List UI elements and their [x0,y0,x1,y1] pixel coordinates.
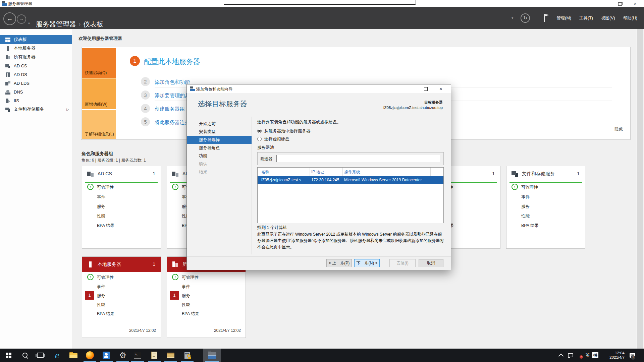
dialog-close-button[interactable]: × [433,84,448,93]
tray-expand-button[interactable] [556,349,566,362]
radio-unselected-icon[interactable] [257,137,262,141]
hide-link[interactable]: 隐藏 [614,126,623,132]
wizard-step-server-selection[interactable]: 服务器选择 [187,136,252,144]
iis-icon [5,98,10,103]
sidebar-item-local-server[interactable]: 本地服务器 [0,44,72,53]
radio-selected-icon[interactable] [257,129,262,133]
taskbar-clock[interactable]: 12:04 2021/4/7 [600,349,625,362]
sidebar-item-dashboard[interactable]: 仪表板 [0,35,72,44]
tile-item-services[interactable]: 服务 [521,204,530,209]
search-button[interactable] [17,349,33,362]
wizard-step-before-begin[interactable]: 开始之前 [187,120,252,128]
vertical-scrollbar[interactable] [636,29,644,349]
tile-item-performance[interactable]: 性能 [97,213,105,219]
column-header-ip[interactable]: IP 地址 [311,169,324,175]
language-indicator[interactable]: 英 [584,349,592,362]
role-tile-header[interactable]: 文件和存储服务1 [506,166,585,182]
tab-whats-new[interactable]: 新增功能(W) [82,78,116,109]
tile-item-bpa[interactable]: BPA 结果 [521,223,539,229]
scrollbar-thumb[interactable] [637,29,643,349]
back-button[interactable]: ← [3,12,16,25]
minimize-button[interactable] [597,0,612,7]
previous-button[interactable]: < 上一步(P) [326,259,352,267]
server-lock-app-button[interactable] [179,349,195,362]
tile-item-services[interactable]: 服务 [182,293,190,299]
tile-item-events[interactable]: 事件 [97,284,105,290]
wizard-step-server-roles[interactable]: 服务器角色 [187,144,252,152]
tile-item-bpa[interactable]: BPA 结果 [97,311,114,317]
volume-tray-icon[interactable] [575,349,584,362]
cancel-button[interactable]: 取消 [419,259,443,267]
notifications-flag-icon[interactable] [544,14,549,22]
sidebar-item-ad-lds[interactable]: AD LDS [0,79,72,87]
menu-manage[interactable]: 管理(M) [556,14,572,22]
tile-item-services[interactable]: 服务 [97,293,105,299]
action-center-button[interactable]: 1 [627,349,638,362]
column-header-name[interactable]: 名称 [261,169,269,175]
menu-view[interactable]: 视图(V) [600,14,616,22]
breadcrumb-root[interactable]: 服务器管理器 [36,20,76,28]
services-alert-badge[interactable]: 1 [170,291,179,300]
tile-item-events[interactable]: 事件 [97,194,105,200]
step-add-roles-features[interactable]: 添加角色和功能 [155,79,190,85]
forward-button[interactable]: → [17,14,26,24]
server-manager-taskbar-button[interactable] [203,349,221,362]
sidebar-item-dns[interactable]: DNS [0,87,72,96]
wizard-step-install-type[interactable]: 安装类型 [187,128,252,136]
radio-virtual-disk[interactable]: 选择虚拟硬盘 [257,136,289,142]
close-button[interactable]: × [628,0,643,7]
menu-help[interactable]: 帮助(H) [623,14,638,22]
services-alert-badge[interactable]: 1 [85,291,94,300]
start-button[interactable] [0,349,16,362]
internet-explorer-button[interactable]: e [49,349,65,362]
script-app-button[interactable] [146,349,162,362]
sidebar-item-iis[interactable]: IIS [0,96,72,105]
book-app-button[interactable] [163,349,179,362]
tile-item-events[interactable]: 事件 [182,284,190,290]
tile-item-manageability[interactable]: 可管理性 [521,185,538,190]
ime-indicator[interactable]: 拼 [591,349,600,362]
sidebar-item-file-storage[interactable]: 文件和存储服务▷ [0,105,72,114]
task-view-button[interactable] [32,349,48,362]
settings-button[interactable]: ⚙ [115,349,131,362]
chevron-down-icon[interactable]: ▼ [511,16,514,20]
tab-quick-start[interactable]: 快速启动(Q) [82,48,116,78]
file-explorer-button[interactable] [65,349,82,362]
tile-item-services[interactable]: 服务 [97,204,105,209]
tile-item-bpa[interactable]: BPA 结果 [182,311,199,317]
restore-button[interactable] [612,0,628,7]
dialog-title: 添加角色和功能向导 [196,86,232,92]
refresh-icon[interactable]: ↻ [521,13,530,23]
sidebar-item-all-servers[interactable]: 所有服务器 [0,53,72,61]
tile-item-manageability[interactable]: 可管理性 [97,275,114,281]
firefox-button[interactable] [82,349,98,362]
step-configure-local-server[interactable]: 配置此本地服务器 [144,57,200,66]
network-tray-icon[interactable] [566,349,575,362]
sidebar-item-ad-cs[interactable]: AD CS [0,61,72,70]
tile-item-manageability[interactable]: 可管理性 [182,275,199,281]
next-button[interactable]: 下一步(N) > [354,259,380,267]
tile-item-bpa[interactable]: BPA 结果 [97,223,114,229]
people-app-button[interactable] [98,349,114,362]
tile-item-performance[interactable]: 性能 [97,302,105,308]
tile-item-performance[interactable]: 性能 [521,213,530,219]
server-pool-row-selected[interactable]: iZ05zjzajplcomZ.test.s... 172.30.104.245… [258,176,443,184]
command-prompt-button[interactable] [129,349,146,362]
step-create-server-group[interactable]: 创建服务器组 [155,106,185,112]
dialog-maximize-button[interactable] [418,84,433,93]
column-header-os[interactable]: 操作系统 [344,169,360,175]
tile-item-events[interactable]: 事件 [521,194,530,200]
wizard-step-features[interactable]: 功能 [187,152,252,160]
tile-item-manageability[interactable]: 可管理性 [97,185,114,190]
filter-input[interactable] [276,155,440,162]
sidebar-item-ad-ds[interactable]: AD DS [0,70,72,79]
dialog-minimize-button[interactable] [403,84,418,93]
menu-tools[interactable]: 工具(T) [579,14,594,22]
radio-server-pool[interactable]: 从服务器池中选择服务器 [257,128,311,134]
expand-arrow-icon[interactable]: ▷ [66,108,69,111]
tab-learn-more[interactable]: 了解详细信息(L) [82,110,116,139]
tile-item-performance[interactable]: 性能 [182,302,190,308]
history-caret-icon[interactable]: ▼ [28,22,31,25]
server-tile-header[interactable]: 本地服务器1 [82,257,161,272]
role-tile-header[interactable]: AD CS1 [82,166,161,182]
